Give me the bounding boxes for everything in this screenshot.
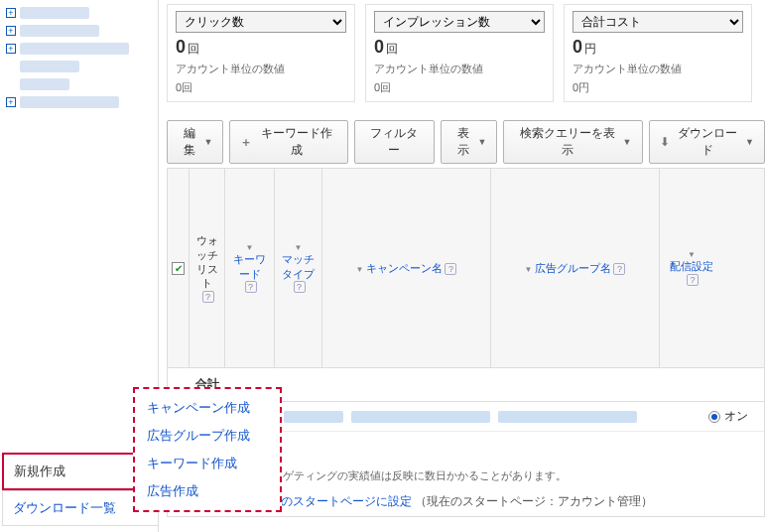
- tree-item[interactable]: +: [6, 4, 152, 22]
- metric-value: 0: [374, 37, 384, 57]
- metric-value: 0: [176, 37, 186, 57]
- metrics-row: クリック数 0回 アカウント単位の数値 0回 インプレッション数 0回 アカウン…: [167, 4, 765, 102]
- caret-down-icon: ▼: [623, 137, 632, 147]
- sort-icon: ▼: [688, 250, 696, 259]
- metric-subvalue: 0回: [374, 80, 545, 95]
- create-campaign-item[interactable]: キャンペーン作成: [147, 399, 268, 417]
- tree-item[interactable]: +: [6, 93, 152, 111]
- column-matchtype[interactable]: ▼マッチタイプ?: [275, 169, 322, 367]
- help-icon[interactable]: ?: [687, 274, 699, 286]
- table-header: ✔ ウォッチリスト? ▼キーワード? ▼マッチタイプ? ▼ キャンペーン名? ▼…: [168, 169, 764, 368]
- tree-item[interactable]: [6, 58, 152, 75]
- expand-icon[interactable]: +: [6, 26, 16, 36]
- create-adgroup-item[interactable]: 広告グループ作成: [147, 427, 268, 445]
- expand-icon[interactable]: +: [6, 97, 16, 107]
- create-keyword-item[interactable]: キーワード作成: [147, 455, 268, 472]
- metric-value: 0: [573, 37, 582, 57]
- help-icon[interactable]: ?: [202, 291, 214, 303]
- metric-subvalue: 0回: [176, 80, 346, 95]
- metric-card-cost: 合計コスト 0円 アカウント単位の数値 0円: [564, 4, 752, 102]
- status-radio[interactable]: オン: [708, 408, 748, 425]
- metric-select[interactable]: 合計コスト: [573, 11, 743, 33]
- toolbar: 編集▼ ＋キーワード作成 フィルター 表示▼ 検索クエリーを表示▼ ⬇ダウンロー…: [167, 120, 765, 164]
- metric-sublabel: アカウント単位の数値: [573, 62, 743, 76]
- help-icon[interactable]: ?: [245, 281, 257, 293]
- column-adgroup[interactable]: ▼ 広告グループ名?: [491, 169, 660, 367]
- caret-down-icon: ▼: [477, 137, 486, 147]
- metric-select[interactable]: インプレッション数: [374, 11, 545, 33]
- download-icon: ⬇: [660, 135, 670, 149]
- metric-select[interactable]: クリック数: [176, 11, 346, 33]
- column-watchlist[interactable]: ウォッチリスト?: [190, 169, 225, 367]
- tree-item[interactable]: +: [6, 22, 152, 40]
- startpage-current: （現在のスタートページ：アカウント管理）: [415, 494, 653, 508]
- expand-icon[interactable]: +: [6, 8, 16, 18]
- sort-icon: ▼: [246, 243, 254, 252]
- checkbox-icon[interactable]: ✔: [172, 262, 185, 275]
- caret-down-icon: ▼: [203, 137, 212, 147]
- help-icon[interactable]: ?: [613, 263, 625, 275]
- sort-icon: ▼: [525, 265, 533, 274]
- metric-subvalue: 0円: [573, 80, 743, 95]
- edit-button[interactable]: 編集▼: [167, 120, 223, 164]
- keyword-create-button[interactable]: ＋キーワード作成: [229, 120, 348, 164]
- create-ad-item[interactable]: 広告作成: [147, 482, 268, 500]
- help-icon[interactable]: ?: [294, 281, 306, 293]
- create-menu-popup: キャンペーン作成 広告グループ作成 キーワード作成 広告作成: [133, 387, 282, 512]
- metric-sublabel: アカウント単位の数値: [374, 62, 545, 76]
- metric-card-impressions: インプレッション数 0回 アカウント単位の数値 0回: [365, 4, 554, 102]
- tree-item[interactable]: +: [6, 40, 152, 58]
- display-button[interactable]: 表示▼: [441, 120, 497, 164]
- sort-icon: ▼: [295, 243, 303, 252]
- column-campaign[interactable]: ▼ キャンペーン名?: [322, 169, 491, 367]
- column-delivery[interactable]: ▼配信設定?: [660, 169, 723, 367]
- column-checkbox[interactable]: ✔: [168, 169, 190, 367]
- metric-sublabel: アカウント単位の数値: [176, 62, 346, 76]
- search-query-button[interactable]: 検索クエリーを表示▼: [503, 120, 642, 164]
- column-keyword[interactable]: ▼キーワード?: [225, 169, 275, 367]
- tree-item[interactable]: [6, 75, 152, 93]
- metric-card-clicks: クリック数 0回 アカウント単位の数値 0回: [167, 4, 355, 102]
- expand-icon[interactable]: +: [6, 44, 16, 54]
- sort-icon: ▼: [356, 265, 364, 274]
- filter-button[interactable]: フィルター: [354, 120, 435, 164]
- help-icon[interactable]: ?: [445, 263, 456, 275]
- download-button[interactable]: ⬇ダウンロード▼: [649, 120, 765, 164]
- plus-icon: ＋: [240, 134, 252, 151]
- caret-down-icon: ▼: [745, 137, 754, 147]
